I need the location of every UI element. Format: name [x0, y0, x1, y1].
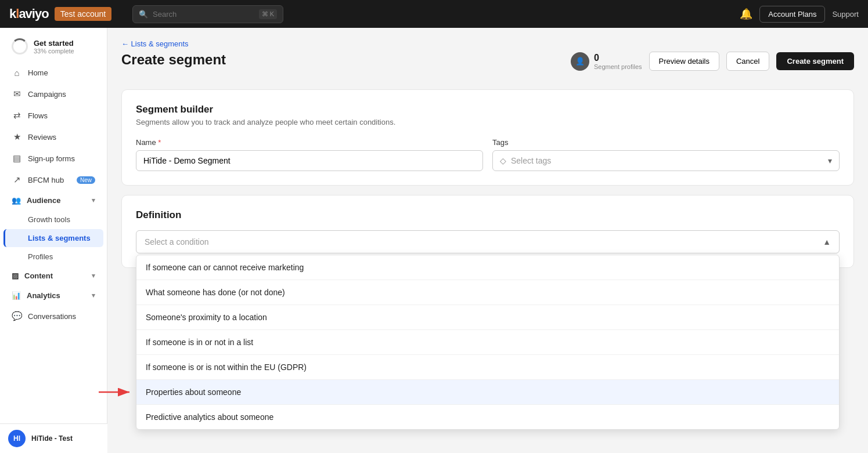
sidebar-get-started[interactable]: Get started 33% complete: [3, 32, 103, 60]
analytics-icon: 📊: [12, 291, 21, 300]
tags-label: Tags: [492, 138, 840, 147]
sidebar-item-bfcm-hub[interactable]: ↗ BFCM hub New: [3, 169, 103, 190]
audience-label: Audience: [27, 196, 61, 205]
sidebar-item-label: Sign-up forms: [28, 154, 75, 163]
get-started-subtitle: 33% complete: [34, 48, 74, 55]
dropdown-item-list[interactable]: If someone is in or not in a list: [136, 330, 839, 355]
required-star: *: [158, 138, 161, 147]
account-name[interactable]: Test account: [55, 7, 112, 21]
flows-icon: ⇄: [12, 110, 22, 121]
content-chevron-icon: ▾: [92, 272, 95, 280]
account-plans-button[interactable]: Account Plans: [759, 6, 825, 23]
tag-icon: ◇: [500, 156, 506, 165]
sidebar-item-signup-forms[interactable]: ▤ Sign-up forms: [3, 148, 103, 169]
sidebar-item-campaigns[interactable]: ✉ Campaigns: [3, 84, 103, 104]
tags-select[interactable]: ◇ Select tags ▾: [492, 150, 840, 171]
segment-name-input[interactable]: [136, 150, 483, 171]
support-button[interactable]: Support: [832, 10, 859, 19]
sidebar-item-reviews[interactable]: ★ Reviews: [3, 126, 103, 147]
sidebar-user[interactable]: HI HiTide - Test: [0, 423, 107, 453]
tags-form-group: Tags ◇ Select tags ▾: [492, 138, 840, 171]
profiles-label: Profiles: [28, 252, 53, 261]
segment-builder-card: Segment builder Segments allow you to tr…: [121, 89, 854, 186]
name-form-group: Name *: [136, 138, 483, 171]
conversations-icon: 💬: [12, 311, 22, 321]
campaigns-icon: ✉: [12, 89, 22, 99]
search-icon: 🔍: [139, 10, 148, 19]
create-segment-button[interactable]: Create segment: [776, 52, 854, 70]
sidebar-item-growth-tools[interactable]: Growth tools: [3, 211, 103, 229]
definition-card: Definition Select a condition ▲ If someo…: [121, 195, 854, 268]
sidebar-item-flows[interactable]: ⇄ Flows: [3, 105, 103, 126]
sidebar-item-label: BFCM hub: [28, 176, 64, 184]
home-icon: ⌂: [12, 68, 22, 78]
search-shortcut: ⌘ K: [259, 9, 277, 19]
dropdown-item-proximity[interactable]: Someone's proximity to a location: [136, 305, 839, 330]
definition-title: Definition: [136, 209, 840, 221]
sidebar-item-profiles[interactable]: Profiles: [3, 248, 103, 266]
get-started-text: Get started 33% complete: [34, 39, 74, 55]
red-arrow-icon: [96, 383, 136, 401]
page-title: Create segment: [121, 52, 226, 68]
condition-placeholder: Select a condition: [145, 237, 209, 247]
analytics-label: Analytics: [27, 291, 60, 300]
condition-select[interactable]: Select a condition ▲: [136, 230, 840, 253]
sidebar-item-label: Flows: [28, 111, 48, 120]
content-icon: ▨: [12, 271, 19, 280]
signup-forms-icon: ▤: [12, 153, 22, 164]
profile-avatar-icon: 👤: [571, 52, 589, 71]
dropdown-item-predictive[interactable]: Predictive analytics about someone: [136, 405, 839, 429]
search-input[interactable]: [153, 10, 254, 19]
segment-profiles-count: 👤 0 Segment profiles: [571, 52, 642, 71]
audience-icon: 👥: [12, 196, 21, 205]
condition-chevron-icon: ▲: [823, 237, 831, 247]
breadcrumb-link[interactable]: ← Lists & segments: [121, 39, 189, 48]
main-content: ← Lists & segments Create segment 👤 0 Se…: [107, 28, 868, 453]
notification-bell-icon[interactable]: 🔔: [740, 8, 752, 20]
reviews-icon: ★: [12, 132, 22, 142]
top-navigation: klaviyo Test account 🔍 ⌘ K 🔔 Account Pla…: [0, 0, 868, 28]
sidebar-item-label: Campaigns: [28, 90, 66, 99]
sidebar-item-lists-segments[interactable]: Lists & segments: [3, 229, 103, 247]
sidebar-item-conversations[interactable]: 💬 Conversations: [3, 306, 103, 327]
preview-details-button[interactable]: Preview details: [649, 52, 719, 71]
segment-builder-subtitle: Segments allow you to track and analyze …: [136, 118, 840, 126]
sidebar: Get started 33% complete ⌂ Home ✉ Campai…: [0, 28, 107, 453]
sidebar-section-analytics[interactable]: 📊 Analytics ▾: [3, 286, 103, 305]
cancel-button[interactable]: Cancel: [726, 52, 769, 71]
bfcm-hub-icon: ↗: [12, 175, 22, 185]
conversations-label: Conversations: [28, 312, 76, 321]
condition-dropdown-menu: If someone can or cannot receive marketi…: [136, 255, 840, 430]
new-badge: New: [77, 176, 95, 184]
logo-area: klaviyo Test account: [9, 6, 125, 21]
dropdown-item-done[interactable]: What someone has done (or not done): [136, 280, 839, 305]
dropdown-item-properties[interactable]: Properties about someone: [136, 380, 839, 405]
growth-tools-label: Growth tools: [28, 215, 70, 224]
breadcrumb: ← Lists & segments: [121, 39, 854, 48]
user-avatar: HI: [8, 430, 26, 447]
lists-segments-label: Lists & segments: [28, 234, 91, 242]
condition-select-wrapper: Select a condition ▲ If someone can or c…: [136, 230, 840, 253]
sidebar-section-audience[interactable]: 👥 Audience ▾: [3, 191, 103, 210]
count-label: 0 Segment profiles: [594, 53, 642, 70]
klaviyo-logo: klaviyo: [9, 6, 49, 21]
analytics-chevron-icon: ▾: [92, 292, 95, 299]
dropdown-item-gdpr[interactable]: If someone is or is not within the EU (G…: [136, 355, 839, 380]
name-label: Name *: [136, 138, 483, 147]
tags-placeholder: Select tags: [511, 156, 823, 165]
content-label: Content: [24, 271, 53, 280]
tags-chevron-down-icon: ▾: [828, 156, 832, 165]
segment-builder-title: Segment builder: [136, 104, 840, 115]
sidebar-item-label: Reviews: [28, 133, 56, 142]
sidebar-item-label: Home: [28, 68, 48, 77]
progress-circle: [12, 38, 28, 55]
sidebar-item-home[interactable]: ⌂ Home: [3, 63, 103, 83]
sidebar-section-content[interactable]: ▨ Content ▾: [3, 266, 103, 285]
audience-chevron-icon: ▾: [92, 197, 95, 204]
header-actions: 👤 0 Segment profiles Preview details Can…: [571, 52, 854, 71]
user-name: HiTide - Test: [31, 434, 73, 443]
profiles-count: 0: [594, 53, 642, 63]
search-bar[interactable]: 🔍 ⌘ K: [132, 5, 283, 23]
get-started-title: Get started: [34, 39, 74, 48]
dropdown-item-marketing[interactable]: If someone can or cannot receive marketi…: [136, 255, 839, 280]
